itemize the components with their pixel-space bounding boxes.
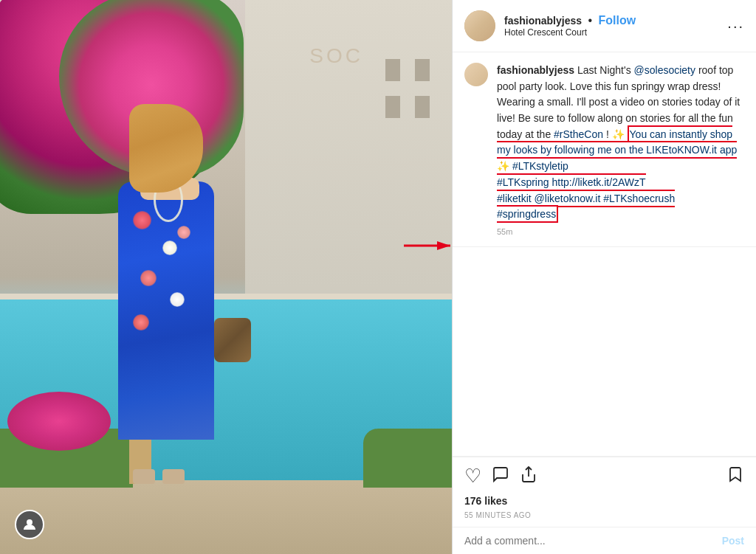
- likes-count: 176 likes: [453, 495, 756, 511]
- caption-username[interactable]: fashionablyjess: [497, 64, 574, 76]
- caption-hashtag-rsthecon[interactable]: #rStheCon: [554, 128, 603, 140]
- caption-avatar: [464, 63, 488, 86]
- caption-text-before: Last Night's: [574, 64, 634, 76]
- dot-separator: •: [588, 14, 593, 27]
- caption-hashtag-ltkstyletip[interactable]: #LTKstyletip: [512, 160, 568, 172]
- caption-hashtag-springdress[interactable]: #springdress: [497, 208, 556, 220]
- post-comment-button[interactable]: Post: [722, 535, 744, 547]
- viewer-avatar: [15, 510, 44, 539]
- caption-hashtag-ltkspring[interactable]: #LTKspring: [497, 176, 549, 188]
- svg-point-0: [27, 519, 32, 525]
- red-arrow: [400, 235, 452, 257]
- share-button[interactable]: [520, 465, 537, 488]
- author-info: fashionablyjess • Follow Hotel Crescent …: [504, 14, 718, 38]
- caption-hashtag-liketkit[interactable]: #liketkit: [497, 193, 532, 204]
- caption-link[interactable]: http://liketk.it/2AWzT: [549, 176, 646, 188]
- author-username[interactable]: fashionablyjess: [504, 15, 582, 27]
- post-header: fashionablyjess • Follow Hotel Crescent …: [453, 0, 756, 52]
- post-content-scroll[interactable]: fashionablyjess Last Night's @solesociet…: [453, 52, 756, 255]
- add-comment-bar: Post: [453, 527, 756, 554]
- author-name-line: fashionablyjess • Follow: [504, 14, 718, 27]
- comment-button[interactable]: [492, 465, 509, 488]
- more-options-button[interactable]: ···: [727, 18, 744, 35]
- author-avatar[interactable]: [464, 10, 495, 41]
- caption-hashtag-ltkshoecrush[interactable]: #LTKshoecrush: [600, 193, 675, 204]
- post-image: SOC: [0, 0, 452, 554]
- bookmark-button[interactable]: [726, 465, 744, 488]
- caption-area: fashionablyjess Last Night's @solesociet…: [453, 52, 756, 247]
- post-detail-panel: fashionablyjess • Follow Hotel Crescent …: [452, 0, 756, 554]
- action-bar-container: ♡ 176 likes 55 MINUTES AGO: [453, 456, 756, 554]
- caption-time: 55m: [497, 227, 744, 236]
- caption-at-liketoknow[interactable]: @liketoknow.it: [532, 193, 601, 204]
- caption-sparkle: ! ✨: [603, 128, 628, 140]
- caption-text-block: fashionablyjess Last Night's @solesociet…: [497, 63, 744, 236]
- add-comment-input[interactable]: [464, 535, 715, 547]
- follow-button[interactable]: Follow: [599, 14, 636, 27]
- action-bar: ♡: [453, 457, 756, 495]
- comment-item: wearandwhenblog So pretty babe! 41m 1 li…: [453, 247, 756, 255]
- post-location[interactable]: Hotel Crescent Court: [504, 27, 718, 38]
- caption-at-solesociety[interactable]: @solesociety: [634, 64, 695, 76]
- like-button[interactable]: ♡: [464, 465, 481, 488]
- post-time: 55 MINUTES AGO: [453, 511, 756, 527]
- caption-full-text: fashionablyjess Last Night's @solesociet…: [497, 63, 744, 223]
